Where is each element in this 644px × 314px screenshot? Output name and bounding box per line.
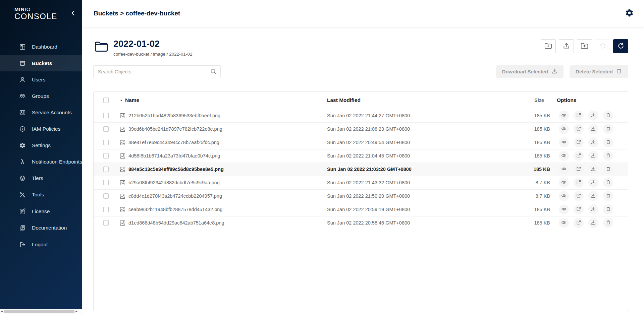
download-object-button[interactable] — [588, 111, 598, 121]
preview-object-button[interactable] — [559, 164, 569, 174]
delete-object-button[interactable] — [603, 178, 613, 188]
sidebar-item-dashboard[interactable]: Dashboard — [0, 39, 82, 55]
row-checkbox[interactable] — [103, 220, 109, 226]
row-checkbox[interactable] — [103, 113, 109, 118]
row-checkbox[interactable] — [103, 193, 109, 199]
sidebar-item-iam-policies[interactable]: IAM Policies — [0, 121, 82, 137]
upload-file-button[interactable] — [559, 39, 574, 53]
preview-object-button[interactable] — [559, 204, 569, 214]
share-icon — [576, 153, 581, 159]
download-object-button[interactable] — [588, 191, 598, 201]
delete-object-button[interactable] — [603, 164, 613, 174]
download-object-button[interactable] — [588, 164, 598, 174]
sidebar-item-notification-endpoints[interactable]: λ Notification Endpoints — [0, 153, 82, 170]
sidebar-item-tiers[interactable]: Tiers — [0, 170, 82, 186]
share-object-button[interactable] — [574, 151, 584, 161]
delete-object-button[interactable] — [603, 137, 613, 147]
download-object-button[interactable] — [588, 124, 598, 134]
delete-selected-button[interactable]: Delete Selected — [570, 65, 628, 78]
column-header-name[interactable]: Name — [125, 97, 139, 103]
scrollbar-thumb[interactable] — [4, 310, 74, 313]
horizontal-scrollbar[interactable]: ◄ ► — [0, 309, 82, 314]
delete-object-button[interactable] — [603, 151, 613, 161]
column-header-last-modified[interactable]: Last Modified — [327, 97, 488, 103]
row-checkbox[interactable] — [103, 126, 109, 132]
download-selected-button[interactable]: Download Selected — [496, 65, 564, 78]
delete-object-button[interactable] — [603, 111, 613, 121]
file-name[interactable]: d1ed868d48b54dd29ac842ab751a64e8.png — [128, 220, 224, 226]
preview-object-button[interactable] — [559, 151, 569, 161]
download-object-button[interactable] — [588, 137, 598, 147]
row-checkbox[interactable] — [103, 140, 109, 145]
share-object-button[interactable] — [574, 191, 584, 201]
share-object-button[interactable] — [574, 124, 584, 134]
file-name[interactable]: ceab9832b11948bfb2887578dd451432.png — [128, 207, 222, 212]
download-object-button[interactable] — [588, 204, 598, 214]
scroll-left-arrow-icon[interactable]: ◄ — [0, 309, 4, 314]
sidebar-item-settings[interactable]: Settings — [0, 137, 82, 153]
delete-object-button[interactable] — [603, 204, 613, 214]
sidebar-item-tools[interactable]: Tools — [0, 186, 82, 203]
preview-object-button[interactable] — [559, 178, 569, 188]
scroll-right-arrow-icon[interactable]: ► — [74, 309, 78, 314]
row-checkbox[interactable] — [103, 180, 109, 185]
table-row[interactable]: d1ed868d48b54dd29ac842ab751a64e8.png Sun… — [94, 216, 628, 230]
table-row[interactable]: b29a08fbf92342d882dcbdf7e9c9c9aa.png Sun… — [94, 176, 628, 189]
rewind-button[interactable] — [595, 39, 610, 53]
sidebar-item-groups[interactable]: Groups — [0, 88, 82, 104]
refresh-button[interactable] — [613, 39, 628, 53]
file-name[interactable]: 39cd6b405bc241d7897e782fcb722e8e.png — [128, 126, 222, 132]
table-row[interactable]: 48e41ef7e69c443494cc78b7aaf25fdc.png Sun… — [94, 136, 628, 149]
sidebar-item-label: Tiers — [32, 175, 43, 181]
new-path-button[interactable] — [541, 39, 556, 53]
share-object-button[interactable] — [574, 204, 584, 214]
preview-object-button[interactable] — [559, 124, 569, 134]
delete-object-button[interactable] — [603, 191, 613, 201]
sidebar-item-logout[interactable]: Logout — [0, 236, 82, 253]
sidebar-item-users[interactable]: Users — [0, 71, 82, 88]
file-name[interactable]: c8dd4c1d270f43a2b4724ccbb2204957.png — [128, 193, 222, 199]
preview-object-button[interactable] — [559, 191, 569, 201]
preview-object-button[interactable] — [559, 137, 569, 147]
file-name[interactable]: b29a08fbf92342d882dcbdf7e9c9c9aa.png — [128, 180, 220, 185]
share-object-button[interactable] — [574, 218, 584, 228]
sidebar-item-service-accounts[interactable]: Service Accounts — [0, 104, 82, 121]
share-object-button[interactable] — [574, 164, 584, 174]
image-file-icon — [120, 220, 125, 226]
delete-object-button[interactable] — [603, 218, 613, 228]
row-checkbox[interactable] — [103, 153, 109, 159]
file-name[interactable]: 884a5c13c5e34eff89c56d8c95bee8e5.png — [128, 167, 224, 172]
file-name[interactable]: 4d58f8b1b6714a23a73fd47bfae0b74c.png — [128, 153, 220, 159]
sidebar-collapse-button[interactable] — [70, 9, 76, 18]
table-row[interactable]: 212b052b1bad482fb8369533ebf0aeef.png Sun… — [94, 109, 628, 122]
download-object-button[interactable] — [588, 178, 598, 188]
row-checkbox[interactable] — [103, 167, 109, 172]
upload-folder-button[interactable] — [577, 39, 592, 53]
file-name[interactable]: 212b052b1bad482fb8369533ebf0aeef.png — [128, 113, 220, 118]
table-row[interactable]: c8dd4c1d270f43a2b4724ccbb2204957.png Sun… — [94, 189, 628, 203]
table-row[interactable]: 39cd6b405bc241d7897e782fcb722e8e.png Sun… — [94, 122, 628, 136]
file-name[interactable]: 48e41ef7e69c443494cc78b7aaf25fdc.png — [128, 140, 219, 145]
share-object-button[interactable] — [574, 178, 584, 188]
download-object-button[interactable] — [588, 151, 598, 161]
row-checkbox[interactable] — [103, 207, 109, 212]
column-header-size[interactable]: Size — [488, 98, 551, 103]
sidebar-item-buckets[interactable]: Buckets — [0, 55, 82, 71]
select-all-checkbox[interactable] — [103, 98, 109, 103]
table-row[interactable]: ceab9832b11948bfb2887578dd451432.png Sun… — [94, 203, 628, 216]
table-row[interactable]: 4d58f8b1b6714a23a73fd47bfae0b74c.png Sun… — [94, 149, 628, 163]
sidebar-item-label: Documentation — [32, 225, 67, 231]
preview-object-button[interactable] — [559, 218, 569, 228]
sidebar-item-license[interactable]: License — [0, 203, 82, 219]
delete-object-button[interactable] — [603, 124, 613, 134]
search-input[interactable] — [93, 65, 221, 78]
share-object-button[interactable] — [574, 111, 584, 121]
sidebar-item-documentation[interactable]: Documentation — [0, 219, 82, 236]
table-row[interactable]: 884a5c13c5e34eff89c56d8c95bee8e5.png Sun… — [94, 163, 628, 176]
preview-object-button[interactable] — [559, 111, 569, 121]
sort-ascending-icon[interactable]: ▲ — [120, 99, 123, 102]
share-object-button[interactable] — [574, 137, 584, 147]
settings-gear-button[interactable] — [625, 8, 634, 18]
download-object-button[interactable] — [588, 218, 598, 228]
file-size: 185 KB — [488, 220, 551, 226]
